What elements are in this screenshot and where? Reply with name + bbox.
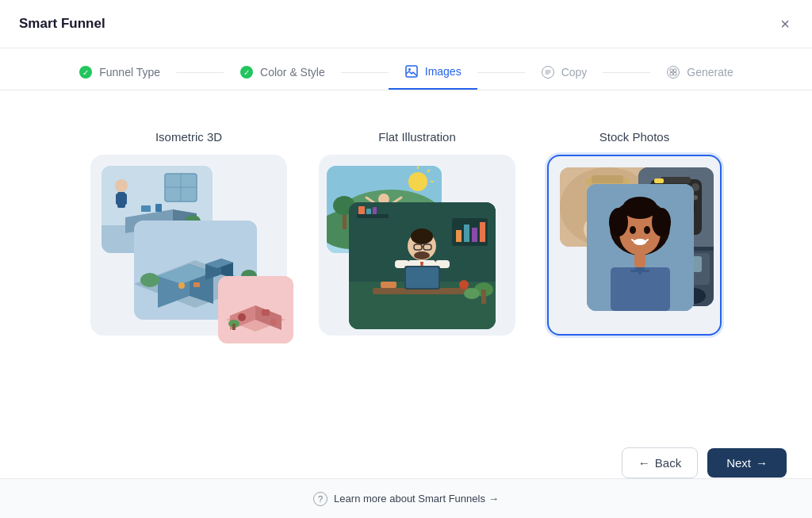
svg-rect-85 bbox=[472, 228, 477, 242]
iso-image-3 bbox=[218, 276, 293, 343]
step-images-icon bbox=[404, 64, 419, 79]
svg-point-31 bbox=[140, 273, 159, 287]
svg-rect-43 bbox=[232, 324, 236, 330]
step-funnel-type[interactable]: ✓ Funnel Type bbox=[63, 65, 176, 89]
learn-more-text: Learn more about Smart Funnels bbox=[334, 493, 485, 505]
learn-more-arrow-icon: → bbox=[488, 493, 499, 505]
svg-rect-61 bbox=[358, 206, 365, 214]
svg-rect-63 bbox=[373, 207, 377, 214]
svg-rect-83 bbox=[456, 230, 462, 242]
main-content: Isometric 3D bbox=[0, 90, 812, 359]
back-arrow-icon: ← bbox=[638, 456, 650, 470]
svg-point-65 bbox=[411, 228, 433, 244]
svg-point-39 bbox=[238, 313, 246, 321]
svg-rect-77 bbox=[381, 282, 396, 288]
step-generate-icon bbox=[666, 65, 680, 79]
card-flat-illustration-box[interactable] bbox=[319, 155, 515, 336]
svg-point-99 bbox=[630, 226, 636, 234]
learn-more-bar: ? Learn more about Smart Funnels → bbox=[0, 478, 812, 518]
card-flat-illustration[interactable]: Flat Illustration bbox=[319, 130, 515, 336]
step-images[interactable]: Images bbox=[389, 64, 477, 90]
svg-point-78 bbox=[459, 280, 469, 290]
footer-nav: ← Back Next → bbox=[622, 447, 787, 478]
svg-point-100 bbox=[644, 226, 650, 234]
svg-rect-105 bbox=[630, 270, 649, 272]
card-isometric-3d-box[interactable] bbox=[90, 155, 287, 336]
svg-rect-60 bbox=[357, 214, 389, 218]
step-connector-4 bbox=[603, 72, 650, 73]
svg-point-69 bbox=[414, 251, 430, 259]
svg-rect-16 bbox=[155, 204, 162, 212]
svg-rect-76 bbox=[406, 267, 439, 288]
card-flat-illustration-label: Flat Illustration bbox=[378, 130, 456, 144]
svg-point-1 bbox=[408, 68, 411, 71]
svg-rect-124 bbox=[654, 178, 664, 183]
next-button-label: Next bbox=[726, 456, 751, 470]
close-button[interactable]: × bbox=[777, 13, 793, 35]
card-stock-photos[interactable]: Stock Photos bbox=[547, 130, 722, 336]
svg-rect-15 bbox=[141, 205, 151, 212]
image-style-cards: Isometric 3D bbox=[90, 130, 722, 336]
svg-point-108 bbox=[622, 197, 657, 219]
svg-rect-4 bbox=[670, 73, 673, 76]
help-icon: ? bbox=[313, 492, 327, 506]
card-isometric-3d-label: Isometric 3D bbox=[155, 130, 222, 144]
svg-rect-62 bbox=[366, 209, 371, 214]
svg-rect-123 bbox=[661, 177, 691, 183]
svg-rect-40 bbox=[262, 309, 270, 316]
card-isometric-3d[interactable]: Isometric 3D bbox=[90, 130, 287, 336]
step-funnel-type-label: Funnel Type bbox=[99, 66, 160, 79]
svg-rect-34 bbox=[193, 282, 200, 287]
step-color-style-icon: ✓ bbox=[239, 65, 254, 79]
step-copy[interactable]: Copy bbox=[525, 65, 603, 89]
step-connector-3 bbox=[477, 72, 525, 73]
dialog-header: Smart Funnel × bbox=[0, 0, 812, 48]
learn-more-link[interactable]: Learn more about Smart Funnels → bbox=[334, 493, 499, 505]
svg-point-80 bbox=[464, 288, 480, 299]
dialog-title: Smart Funnel bbox=[19, 16, 105, 32]
step-connector-1 bbox=[176, 72, 224, 73]
svg-point-17 bbox=[115, 179, 128, 192]
steps-nav: ✓ Funnel Type ✓ Color & Style Images bbox=[0, 48, 812, 90]
step-copy-label: Copy bbox=[561, 66, 588, 79]
step-funnel-type-icon: ✓ bbox=[79, 65, 93, 79]
svg-point-33 bbox=[178, 282, 185, 289]
svg-rect-102 bbox=[634, 253, 645, 267]
svg-rect-5 bbox=[674, 73, 677, 76]
step-generate[interactable]: Generate bbox=[650, 65, 749, 89]
svg-point-101 bbox=[634, 239, 646, 245]
step-color-style[interactable]: ✓ Color & Style bbox=[224, 65, 341, 89]
card-stock-photos-label: Stock Photos bbox=[599, 130, 669, 144]
svg-rect-19 bbox=[116, 194, 120, 205]
back-button-label: Back bbox=[655, 456, 681, 470]
svg-point-41 bbox=[270, 319, 277, 325]
step-generate-label: Generate bbox=[687, 66, 733, 79]
card-stock-photos-box[interactable] bbox=[547, 155, 722, 336]
step-color-style-label: Color & Style bbox=[260, 66, 325, 79]
step-images-label: Images bbox=[425, 65, 462, 78]
flat-image-2 bbox=[349, 202, 496, 329]
step-copy-icon bbox=[541, 65, 555, 79]
step-connector-2 bbox=[341, 72, 389, 73]
next-arrow-icon: → bbox=[756, 456, 768, 470]
svg-rect-86 bbox=[480, 222, 485, 242]
next-button[interactable]: Next → bbox=[707, 448, 787, 478]
svg-rect-3 bbox=[674, 69, 677, 72]
svg-rect-2 bbox=[670, 69, 673, 72]
svg-rect-81 bbox=[481, 290, 486, 304]
svg-rect-84 bbox=[464, 224, 469, 242]
back-button[interactable]: ← Back bbox=[622, 447, 698, 478]
svg-rect-20 bbox=[123, 194, 127, 205]
stock-image-2 bbox=[587, 184, 694, 311]
svg-point-54 bbox=[408, 172, 427, 191]
